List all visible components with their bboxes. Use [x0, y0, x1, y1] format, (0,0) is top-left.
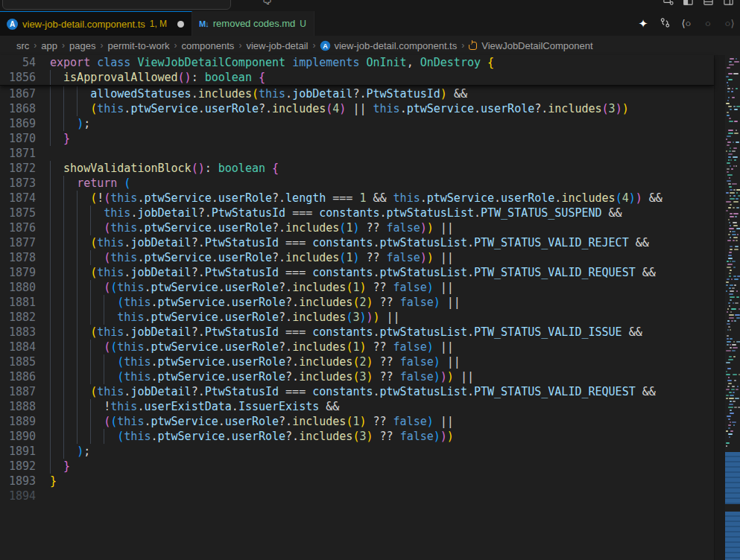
line-content[interactable]: (this.ptwService.userRole?.includes(4) |…: [50, 101, 629, 116]
code-line-1875[interactable]: 1875 this.jobDetail?.PtwStatusId === con…: [0, 206, 714, 220]
line-content[interactable]: );: [50, 444, 90, 459]
line-content[interactable]: (this.jobDetail?.PtwStatusId === constan…: [50, 384, 656, 399]
line-number: 1873: [0, 176, 36, 191]
unsaved-dot-icon[interactable]: [177, 21, 184, 28]
code-line-1876[interactable]: 1876 (this.ptwService.userRole?.includes…: [0, 220, 714, 235]
code-line-1893[interactable]: 1893}: [0, 474, 714, 489]
code-line-1885[interactable]: 1885 (this.ptwService.userRole?.includes…: [0, 354, 714, 369]
line-content[interactable]: ((this.ptwService.userRole?.includes(1) …: [50, 340, 454, 354]
breadcrumb: src›app›pages›permit-to-work›components›…: [0, 36, 740, 55]
code-line-1890[interactable]: 1890 (this.ptwService.userRole?.includes…: [0, 429, 714, 444]
code-line-1874[interactable]: 1874 (!(this.ptwService.userRole?.length…: [0, 191, 714, 206]
line-content[interactable]: isApprovalAllowed(): boolean {: [50, 70, 265, 85]
line-content[interactable]: ((this.ptwService.userRole?.includes(1) …: [50, 280, 454, 295]
line-content[interactable]: (this.ptwService.userRole?.includes(3) ?…: [50, 369, 474, 384]
breadcrumb-item-pages[interactable]: pages: [69, 40, 95, 51]
code-line-1891[interactable]: 1891 );: [0, 444, 714, 459]
breadcrumb-symbol[interactable]: ViewJobDetailComponent: [481, 40, 592, 51]
line-number: 1884: [0, 340, 36, 354]
code-line-54[interactable]: 54export class ViewJobDetailComponent im…: [0, 55, 714, 70]
tab-removed-codes[interactable]: M↓ removed codes.md U: [192, 11, 314, 36]
breadcrumb-separator: ›: [32, 40, 38, 51]
minimap-highlight-block: [725, 512, 740, 560]
line-content[interactable]: (this.ptwService.userRole?.includes(1) ?…: [50, 250, 454, 265]
line-content[interactable]: (this.ptwService.userRole?.includes(3) ?…: [50, 429, 454, 444]
line-content[interactable]: showValidationBlock(): boolean {: [50, 161, 279, 176]
copilot-sparkle-icon[interactable]: ✦: [637, 17, 649, 31]
code-line-1883[interactable]: 1883 (this.jobDetail?.PtwStatusId === co…: [0, 325, 714, 340]
breadcrumb-file[interactable]: view-job-detail.component.ts: [334, 40, 457, 51]
line-content[interactable]: (this.ptwService.userRole?.includes(1) ?…: [50, 220, 454, 235]
code-line-1878[interactable]: 1878 (this.ptwService.userRole?.includes…: [0, 250, 714, 265]
tab-label: view-job-detail.component.ts: [22, 19, 145, 30]
toggle-secondary-sidebar-icon[interactable]: [723, 0, 734, 6]
line-content[interactable]: ((this.ptwService.userRole?.includes(1) …: [50, 414, 454, 429]
line-number: 1881: [0, 295, 36, 310]
breadcrumb-separator: ›: [237, 40, 243, 51]
code-line-1889[interactable]: 1889 ((this.ptwService.userRole?.include…: [0, 414, 714, 429]
code-line-1886[interactable]: 1886 (this.ptwService.userRole?.includes…: [0, 369, 714, 384]
breadcrumb-item-src[interactable]: src: [16, 40, 29, 51]
code-line-1884[interactable]: 1884 ((this.ptwService.userRole?.include…: [0, 340, 714, 354]
code-line-1892[interactable]: 1892 }: [0, 459, 714, 474]
code-line-1877[interactable]: 1877 (this.jobDetail?.PtwStatusId === co…: [0, 235, 714, 250]
previous-change-icon[interactable]: ○: [702, 18, 714, 29]
line-content[interactable]: this.jobDetail?.PtwStatusId === constant…: [50, 206, 622, 220]
line-content[interactable]: (this.ptwService.userRole?.includes(2) ?…: [50, 354, 461, 369]
line-content[interactable]: return (: [50, 176, 130, 191]
line-content[interactable]: this.ptwService.userRole?.includes(3))) …: [50, 310, 400, 325]
code-line-1869[interactable]: 1869 );: [0, 116, 714, 131]
line-number: 1869: [0, 116, 36, 131]
code-line-1868[interactable]: 1868 (this.ptwService.userRole?.includes…: [0, 101, 714, 116]
class-symbol-icon: [469, 42, 477, 50]
code-line-1881[interactable]: 1881 (this.ptwService.userRole?.includes…: [0, 295, 714, 310]
minimap[interactable]: [725, 55, 740, 560]
code-line-1873[interactable]: 1873 return (: [0, 176, 714, 191]
tab-bar: A view-job-detail.component.ts 1, M M↓ r…: [0, 11, 740, 36]
editor-scrollbar[interactable]: [714, 55, 725, 560]
line-content[interactable]: !this.userExistData.IssuerExists &&: [50, 399, 339, 414]
code-line-1888[interactable]: 1888 !this.userExistData.IssuerExists &&: [0, 399, 714, 414]
tab-git-badge: U: [300, 19, 306, 29]
editor-actions: ✦ ⟨○ ○ ○⟩: [637, 11, 736, 36]
command-center-search[interactable]: [2, 0, 231, 10]
line-content[interactable]: }: [50, 131, 70, 146]
code-line-1871[interactable]: 1871: [0, 146, 714, 161]
code-line-1867[interactable]: 1867 allowedStatuses.includes(this.jobDe…: [0, 86, 714, 101]
code-line-1880[interactable]: 1880 ((this.ptwService.userRole?.include…: [0, 280, 714, 295]
editor: 54export class ViewJobDetailComponent im…: [0, 55, 740, 560]
toggle-panel-icon[interactable]: [703, 0, 714, 6]
line-content[interactable]: }: [50, 459, 70, 474]
feedback-icon[interactable]: 🗨: [262, 0, 272, 7]
next-change-icon[interactable]: ○⟩: [724, 18, 736, 29]
breadcrumb-item-view-job-detail[interactable]: view-job-detail: [246, 40, 308, 51]
line-content[interactable]: (this.jobDetail?.PtwStatusId === constan…: [50, 235, 649, 250]
source-control-graph-icon[interactable]: [659, 17, 671, 31]
code-line-1887[interactable]: 1887 (this.jobDetail?.PtwStatusId === co…: [0, 384, 714, 399]
open-changes-icon[interactable]: ⟨○: [680, 18, 692, 29]
customize-layout-icon[interactable]: [662, 0, 674, 6]
code-line-1894[interactable]: 1894: [0, 489, 714, 503]
breadcrumb-separator: ›: [460, 40, 466, 51]
breadcrumb-item-permit-to-work[interactable]: permit-to-work: [107, 40, 169, 51]
line-content[interactable]: (this.jobDetail?.PtwStatusId === constan…: [50, 325, 642, 340]
code-pane[interactable]: 54export class ViewJobDetailComponent im…: [0, 55, 714, 560]
line-content[interactable]: export class ViewJobDetailComponent impl…: [50, 55, 494, 70]
sticky-scroll[interactable]: 54export class ViewJobDetailComponent im…: [0, 55, 714, 86]
line-content[interactable]: allowedStatuses.includes(this.jobDetail?…: [50, 86, 467, 101]
code-line-1872[interactable]: 1872 showValidationBlock(): boolean {: [0, 161, 714, 176]
toggle-primary-sidebar-icon[interactable]: [683, 0, 694, 6]
tab-view-job-detail-component[interactable]: A view-job-detail.component.ts 1, M: [0, 11, 192, 36]
code-line-1882[interactable]: 1882 this.ptwService.userRole?.includes(…: [0, 310, 714, 325]
line-content[interactable]: );: [50, 116, 90, 131]
breadcrumb-item-app[interactable]: app: [41, 40, 57, 51]
line-content[interactable]: (this.jobDetail?.PtwStatusId === constan…: [50, 265, 656, 280]
line-content[interactable]: }: [50, 474, 57, 489]
breadcrumb-item-components[interactable]: components: [182, 40, 235, 51]
code-line-1879[interactable]: 1879 (this.jobDetail?.PtwStatusId === co…: [0, 265, 714, 280]
code-line-1856[interactable]: 1856 isApprovalAllowed(): boolean {: [0, 70, 714, 85]
code-line-1870[interactable]: 1870 }: [0, 131, 714, 146]
line-number: 1893: [0, 474, 36, 489]
line-content[interactable]: (this.ptwService.userRole?.includes(2) ?…: [50, 295, 461, 310]
line-content[interactable]: (!(this.ptwService.userRole?.length === …: [50, 191, 662, 206]
